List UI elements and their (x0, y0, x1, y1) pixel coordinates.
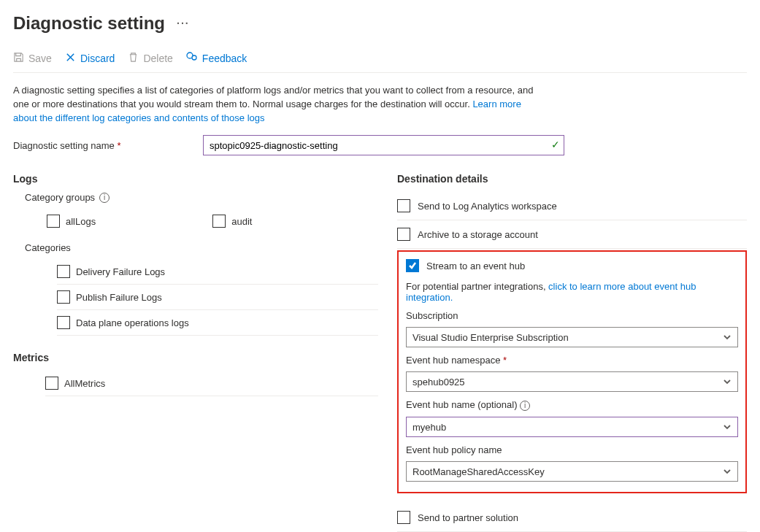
discard-icon (65, 52, 76, 65)
page-title: Diagnostic setting ··· (13, 13, 747, 34)
chevron-down-icon (723, 423, 732, 433)
feedback-icon (186, 51, 198, 65)
save-button[interactable]: Save (13, 51, 52, 65)
name-field-row: Diagnostic setting name * ✓ (13, 135, 747, 155)
hubname-label: Event hub name (optional) i (406, 399, 738, 411)
policy-label: Event hub policy name (406, 444, 738, 455)
metrics-heading: Metrics (13, 352, 378, 363)
more-actions-button[interactable]: ··· (177, 18, 190, 29)
feedback-button[interactable]: Feedback (186, 51, 247, 65)
log-analytics-checkbox[interactable] (397, 199, 410, 212)
delivery-failure-label: Delivery Failure Logs (76, 266, 165, 277)
partner-note: For potential partner integrations, clic… (406, 281, 738, 303)
chevron-down-icon (723, 467, 732, 478)
delivery-failure-checkbox[interactable] (57, 265, 70, 278)
delete-button[interactable]: Delete (128, 51, 172, 65)
subscription-select[interactable]: Visual Studio Enterprise Subscription (406, 327, 738, 347)
toolbar: Save Discard Delete Feedback (13, 51, 747, 73)
log-analytics-label: Send to Log Analytics workspace (418, 201, 557, 212)
hubname-select[interactable]: myehub (406, 417, 738, 437)
data-plane-checkbox[interactable] (57, 316, 70, 329)
discard-button[interactable]: Discard (65, 51, 115, 65)
info-icon[interactable]: i (520, 401, 530, 411)
chevron-down-icon (723, 333, 732, 344)
alllogs-checkbox[interactable] (47, 215, 60, 228)
save-icon (13, 52, 24, 65)
archive-checkbox[interactable] (397, 228, 410, 241)
allmetrics-checkbox[interactable] (45, 377, 58, 390)
category-groups-label: Category groups (25, 192, 95, 203)
chevron-down-icon (723, 377, 732, 388)
audit-label: audit (231, 216, 252, 227)
partner-solution-checkbox[interactable] (397, 511, 410, 524)
categories-label: Categories (25, 242, 71, 253)
audit-checkbox[interactable] (212, 215, 226, 228)
logs-heading: Logs (13, 173, 378, 185)
policy-select[interactable]: RootManageSharedAccessKey (406, 461, 738, 482)
namespace-select[interactable]: spehub0925 (406, 371, 738, 392)
data-plane-label: Data plane operations logs (76, 317, 189, 328)
archive-label: Archive to a storage account (418, 229, 538, 240)
delete-icon (128, 52, 139, 65)
stream-eventhub-label: Stream to an event hub (426, 261, 525, 271)
partner-solution-label: Send to partner solution (418, 512, 518, 523)
stream-eventhub-checkbox[interactable] (406, 259, 419, 272)
info-icon[interactable]: i (99, 193, 110, 203)
description-text: A diagnostic setting specifies a list of… (13, 83, 539, 125)
check-icon: ✓ (551, 139, 560, 150)
event-hub-section: Stream to an event hub For potential par… (397, 250, 747, 493)
name-label: Diagnostic setting name * (13, 140, 203, 151)
destination-heading: Destination details (397, 173, 747, 185)
publish-failure-checkbox[interactable] (57, 290, 70, 304)
alllogs-label: allLogs (66, 216, 96, 227)
subscription-label: Subscription (406, 310, 738, 321)
namespace-label: Event hub namespace * (406, 355, 738, 366)
allmetrics-label: AllMetrics (64, 378, 105, 389)
publish-failure-label: Publish Failure Logs (76, 292, 162, 303)
page-title-text: Diagnostic setting (13, 13, 165, 34)
diagnostic-setting-name-input[interactable] (203, 135, 564, 155)
